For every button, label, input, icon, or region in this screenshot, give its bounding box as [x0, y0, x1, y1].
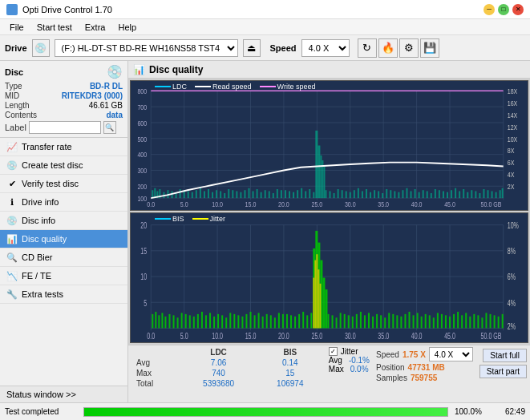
svg-rect-190	[201, 312, 203, 328]
progress-track	[83, 407, 448, 417]
svg-rect-56	[180, 189, 181, 198]
legend-ldc: LDC	[155, 83, 187, 91]
svg-rect-84	[320, 155, 322, 198]
nav-cd-bier[interactable]: 🔍 CD Bier	[0, 248, 127, 267]
col-header-bis: BIS	[257, 347, 324, 357]
nav-drive-info-label: Drive info	[22, 197, 121, 207]
charts-area: LDC Read speed Write speed	[128, 79, 530, 345]
svg-rect-238	[384, 317, 386, 328]
eject-button[interactable]: ⏏	[243, 39, 261, 57]
svg-rect-195	[221, 315, 223, 328]
speed-value: 1.75 X	[403, 350, 426, 359]
nav-fe-te[interactable]: 📉 FE / TE	[0, 267, 127, 285]
samples-row: Samples 759755	[376, 374, 473, 382]
svg-rect-194	[217, 314, 219, 329]
menu-starttest[interactable]: Start test	[30, 22, 79, 33]
svg-rect-106	[370, 192, 371, 198]
jitter-avg-val: -0.1%	[349, 356, 370, 365]
drive-icon-button[interactable]: 💿	[32, 39, 50, 57]
svg-rect-94	[313, 192, 314, 198]
svg-text:40.0: 40.0	[411, 331, 423, 341]
menu-help[interactable]: Help	[111, 22, 143, 33]
burn-button[interactable]: 🔥	[378, 38, 398, 58]
nav-extra-tests[interactable]: 🔧 Extra tests	[0, 285, 127, 304]
svg-rect-125	[447, 192, 448, 198]
drive-select[interactable]: (F:) HL-DT-ST BD-RE WH16NS58 TST4	[55, 39, 238, 57]
position-row: Position 47731 MB	[376, 363, 473, 372]
mid-label: MID	[5, 91, 19, 100]
disc-quality-header: 📊 Disc quality	[128, 61, 530, 79]
legend-read-speed-label: Read speed	[212, 83, 252, 91]
bis-chart: BIS Jitter	[130, 212, 528, 343]
svg-rect-226	[336, 317, 338, 328]
start-full-button[interactable]: Start full	[483, 349, 527, 362]
legend-jitter-label: Jitter	[210, 215, 226, 223]
svg-rect-133	[479, 193, 480, 198]
status-window-button[interactable]: Status window >>	[0, 386, 127, 402]
speed-select[interactable]: 4.0 X2.0 X1.0 X6.0 X	[301, 39, 350, 57]
nav-disc-info[interactable]: 💿 Disc info	[0, 212, 127, 230]
cd-bier-icon: 🔍	[6, 252, 18, 263]
svg-rect-257	[461, 315, 463, 328]
jitter-label: Jitter	[341, 347, 358, 356]
statusbar: Test completed 100.0% 62:49	[0, 402, 530, 420]
main-area: Disc 💿 Type BD-R DL MID RITEKDR3 (000) L…	[0, 61, 530, 402]
svg-rect-88	[289, 191, 290, 198]
nav-verify-test-disc[interactable]: ✔ Verify test disc	[0, 175, 127, 193]
nav-create-test-disc[interactable]: 💿 Create test disc	[0, 156, 127, 175]
jitter-checkbox[interactable]: ✓	[329, 347, 338, 356]
svg-rect-233	[364, 315, 366, 328]
svg-rect-258	[465, 313, 467, 328]
disc-title: Disc	[5, 67, 23, 77]
svg-rect-231	[356, 314, 358, 329]
svg-rect-112	[394, 191, 395, 198]
speed-key: Speed	[376, 350, 399, 359]
label-input[interactable]	[29, 121, 101, 134]
svg-rect-248	[425, 314, 427, 329]
type-label: Type	[5, 82, 22, 91]
svg-rect-254	[449, 317, 451, 329]
verify-test-disc-icon: ✔	[6, 178, 18, 189]
svg-rect-102	[354, 190, 355, 198]
svg-rect-131	[471, 190, 472, 198]
svg-rect-225	[332, 315, 334, 328]
max-label: Max	[131, 368, 180, 378]
svg-rect-232	[360, 312, 362, 328]
save-button[interactable]: 💾	[420, 38, 439, 58]
nav-transfer-rate[interactable]: 📈 Transfer rate	[0, 138, 127, 156]
start-part-button[interactable]: Start part	[479, 365, 527, 378]
svg-rect-132	[475, 191, 476, 198]
svg-rect-218	[290, 315, 292, 328]
refresh-button[interactable]: ↻	[358, 38, 377, 58]
svg-rect-69	[232, 190, 233, 198]
menu-extra[interactable]: Extra	[79, 22, 112, 33]
svg-rect-139	[502, 188, 504, 198]
chart1-legend: LDC Read speed Write speed	[155, 83, 315, 91]
svg-rect-269	[314, 260, 316, 329]
svg-rect-137	[496, 192, 497, 198]
settings-button[interactable]: ⚙	[399, 38, 419, 58]
minimize-button[interactable]: ─	[483, 4, 495, 15]
svg-rect-197	[229, 313, 231, 328]
menu-file[interactable]: File	[3, 22, 30, 33]
speed-select-small[interactable]: 4.0 X2.0 X1.0 X	[429, 347, 473, 361]
svg-rect-266	[498, 317, 500, 329]
total-label: Total	[131, 378, 180, 389]
svg-rect-199	[237, 315, 239, 328]
close-button[interactable]: ✕	[512, 4, 524, 15]
maximize-button[interactable]: □	[498, 4, 509, 15]
label-search-button[interactable]: 🔍	[103, 121, 116, 134]
nav-disc-quality[interactable]: 📊 Disc quality	[0, 230, 127, 248]
svg-rect-202	[250, 312, 252, 328]
drivebar: Drive 💿 (F:) HL-DT-ST BD-RE WH16NS58 TST…	[0, 35, 530, 61]
svg-rect-73	[248, 188, 249, 198]
jitter-max-val: 0.0%	[350, 365, 369, 374]
svg-rect-78	[269, 191, 270, 198]
nav-transfer-rate-label: Transfer rate	[22, 142, 121, 151]
svg-rect-259	[469, 317, 471, 329]
svg-text:4%: 4%	[508, 298, 516, 308]
svg-rect-253	[445, 315, 447, 328]
nav-drive-info[interactable]: ℹ Drive info	[0, 193, 127, 212]
svg-rect-115	[406, 188, 407, 198]
svg-rect-108	[378, 191, 379, 198]
